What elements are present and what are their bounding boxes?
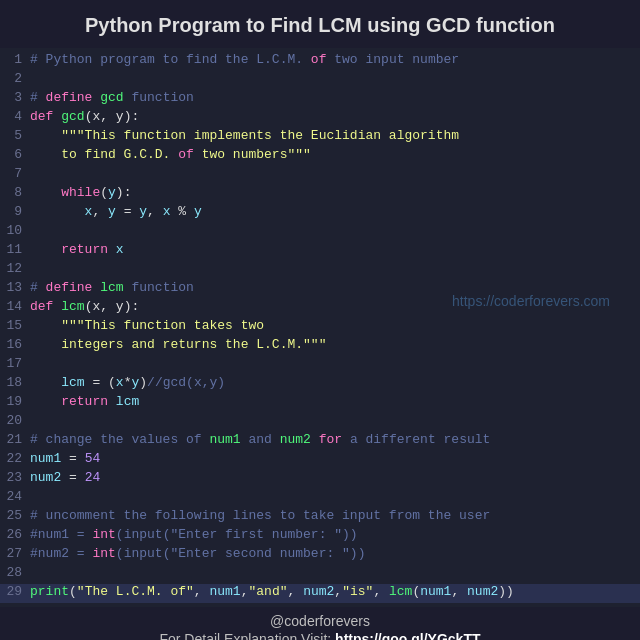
- line-num-16: 16: [0, 337, 30, 352]
- line-content-5: """This function implements the Euclidia…: [30, 128, 640, 143]
- line-num-4: 4: [0, 109, 30, 124]
- line-num-10: 10: [0, 223, 30, 238]
- code-line-29: 29 print("The L.C.M. of", num1,"and", nu…: [0, 584, 640, 603]
- line-content-29: print("The L.C.M. of", num1,"and", num2,…: [30, 584, 640, 599]
- code-line-2: 2: [0, 71, 640, 90]
- line-num-26: 26: [0, 527, 30, 542]
- code-line-5: 5 """This function implements the Euclid…: [0, 128, 640, 147]
- code-line-18: 18 lcm = (x*y)//gcd(x,y): [0, 375, 640, 394]
- line-num-19: 19: [0, 394, 30, 409]
- line-content-18: lcm = (x*y)//gcd(x,y): [30, 375, 640, 390]
- footer-detail: For Detail Explanation Visit: https://go…: [0, 631, 640, 640]
- line-content-22: num1 = 54: [30, 451, 640, 466]
- line-content-28: [30, 565, 640, 580]
- line-num-24: 24: [0, 489, 30, 504]
- line-num-23: 23: [0, 470, 30, 485]
- watermark: https://coderforevers.com: [452, 293, 610, 309]
- code-line-16: 16 integers and returns the L.C.M.""": [0, 337, 640, 356]
- line-num-25: 25: [0, 508, 30, 523]
- line-num-13: 13: [0, 280, 30, 295]
- code-line-11: 11 return x: [0, 242, 640, 261]
- page-title: Python Program to Find LCM using GCD fun…: [0, 0, 640, 48]
- line-num-8: 8: [0, 185, 30, 200]
- line-num-1: 1: [0, 52, 30, 67]
- line-content-19: return lcm: [30, 394, 640, 409]
- code-line-7: 7: [0, 166, 640, 185]
- line-num-29: 29: [0, 584, 30, 599]
- line-content-27: #num2 = int(input("Enter second number: …: [30, 546, 640, 561]
- line-num-7: 7: [0, 166, 30, 181]
- line-content-25: # uncomment the following lines to take …: [30, 508, 640, 523]
- line-num-11: 11: [0, 242, 30, 257]
- code-line-9: 9 x, y = y, x % y: [0, 204, 640, 223]
- line-content-8: while(y):: [30, 185, 640, 200]
- line-num-15: 15: [0, 318, 30, 333]
- code-line-6: 6 to find G.C.D. of two numbers""": [0, 147, 640, 166]
- code-line-24: 24: [0, 489, 640, 508]
- line-content-16: integers and returns the L.C.M.""": [30, 337, 640, 352]
- code-line-12: 12: [0, 261, 640, 280]
- line-content-15: """This function takes two: [30, 318, 640, 333]
- footer-handle: @coderforevers: [0, 613, 640, 629]
- footer-detail-text: For Detail Explanation Visit:: [159, 631, 335, 640]
- code-line-19: 19 return lcm: [0, 394, 640, 413]
- line-content-26: #num1 = int(input("Enter first number: "…: [30, 527, 640, 542]
- line-content-12: [30, 261, 640, 276]
- line-num-12: 12: [0, 261, 30, 276]
- line-num-27: 27: [0, 546, 30, 561]
- footer: @coderforevers For Detail Explanation Vi…: [0, 607, 640, 640]
- line-content-1: # Python program to find the L.C.M. of t…: [30, 52, 640, 67]
- line-num-28: 28: [0, 565, 30, 580]
- code-line-27: 27 #num2 = int(input("Enter second numbe…: [0, 546, 640, 565]
- line-content-20: [30, 413, 640, 428]
- code-line-1: 1 # Python program to find the L.C.M. of…: [0, 52, 640, 71]
- line-num-18: 18: [0, 375, 30, 390]
- line-content-17: [30, 356, 640, 371]
- line-content-21: # change the values of num1 and num2 for…: [30, 432, 640, 447]
- line-content-10: [30, 223, 640, 238]
- line-num-21: 21: [0, 432, 30, 447]
- code-line-8: 8 while(y):: [0, 185, 640, 204]
- code-line-10: 10: [0, 223, 640, 242]
- line-content-11: return x: [30, 242, 640, 257]
- line-content-4: def gcd(x, y):: [30, 109, 640, 124]
- line-content-24: [30, 489, 640, 504]
- line-content-23: num2 = 24: [30, 470, 640, 485]
- line-content-7: [30, 166, 640, 181]
- code-line-23: 23 num2 = 24: [0, 470, 640, 489]
- line-num-17: 17: [0, 356, 30, 371]
- line-content-2: [30, 71, 640, 86]
- code-area: 1 # Python program to find the L.C.M. of…: [0, 48, 640, 607]
- line-num-3: 3: [0, 90, 30, 105]
- footer-link[interactable]: https://goo.gl/YGckTT: [335, 631, 480, 640]
- code-line-22: 22 num1 = 54: [0, 451, 640, 470]
- line-num-14: 14: [0, 299, 30, 314]
- line-num-2: 2: [0, 71, 30, 86]
- line-num-22: 22: [0, 451, 30, 466]
- code-line-15: 15 """This function takes two: [0, 318, 640, 337]
- code-line-26: 26 #num1 = int(input("Enter first number…: [0, 527, 640, 546]
- line-content-6: to find G.C.D. of two numbers""": [30, 147, 640, 162]
- code-line-3: 3 # define gcd function: [0, 90, 640, 109]
- line-num-6: 6: [0, 147, 30, 162]
- line-content-9: x, y = y, x % y: [30, 204, 640, 219]
- main-container: Python Program to Find LCM using GCD fun…: [0, 0, 640, 640]
- line-content-3: # define gcd function: [30, 90, 640, 105]
- code-line-25: 25 # uncomment the following lines to ta…: [0, 508, 640, 527]
- code-line-28: 28: [0, 565, 640, 584]
- code-line-17: 17: [0, 356, 640, 375]
- code-line-20: 20: [0, 413, 640, 432]
- line-num-5: 5: [0, 128, 30, 143]
- code-line-4: 4 def gcd(x, y):: [0, 109, 640, 128]
- code-line-21: 21 # change the values of num1 and num2 …: [0, 432, 640, 451]
- line-num-20: 20: [0, 413, 30, 428]
- line-num-9: 9: [0, 204, 30, 219]
